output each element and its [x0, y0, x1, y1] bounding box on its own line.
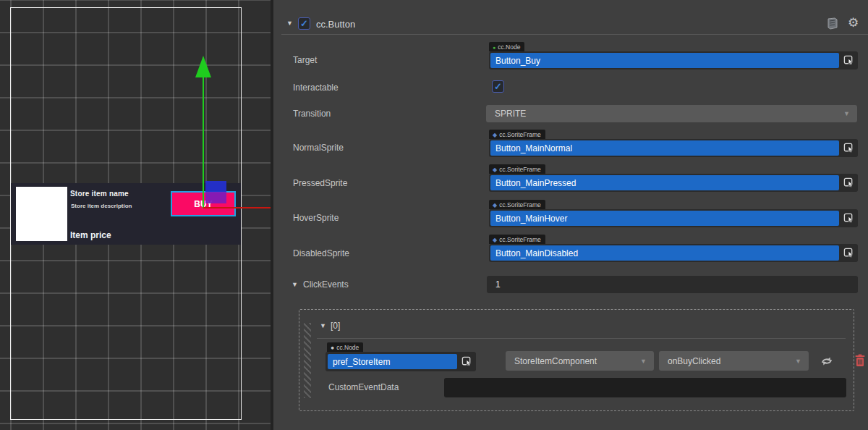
disabledsprite-field[interactable]: Button_MainDisabled — [489, 244, 858, 262]
x-axis-line[interactable] — [203, 207, 271, 208]
handler-dropdown[interactable]: onBuyClicked ▼ — [659, 351, 809, 371]
header-divider — [281, 34, 868, 35]
event-collapse-icon[interactable]: ▼ — [320, 322, 326, 329]
component-collapse-icon[interactable]: ▼ — [286, 20, 293, 27]
store-item-price: Item price — [70, 230, 111, 240]
target-node-field[interactable]: Button_Buy — [489, 51, 858, 69]
node-type-icon: ● — [493, 45, 495, 50]
chevron-down-icon: ▼ — [843, 110, 857, 117]
chevron-down-icon: ▼ — [795, 358, 809, 365]
drag-handle-stripes[interactable] — [304, 323, 311, 398]
pressedsprite-type-tag: ◆ cc.SoriteFrame — [489, 164, 545, 174]
store-item-description: Store item description — [71, 203, 132, 209]
target-node-value[interactable]: Button_Buy — [490, 53, 839, 68]
node-picker-icon[interactable] — [839, 139, 858, 157]
disabledsprite-label: DisabledSprite — [293, 248, 349, 258]
store-item-image — [16, 187, 67, 241]
normalsprite-value[interactable]: Button_MainNormal — [490, 140, 839, 156]
chevron-down-icon: ▼ — [640, 358, 654, 365]
scene-view[interactable]: Store item name Store item description I… — [0, 0, 271, 430]
normalsprite-type-tag: ◆ cc.SoriteFrame — [489, 130, 545, 139]
spriteframe-type-icon: ◆ — [493, 132, 497, 138]
event-index-label: [0] — [331, 321, 340, 331]
pressedsprite-label: PressedSprite — [293, 178, 347, 188]
custom-event-data-label: CustomEventData — [328, 382, 399, 392]
y-axis-line[interactable] — [203, 77, 204, 208]
trash-icon[interactable] — [854, 353, 867, 368]
normalsprite-field[interactable]: Button_MainNormal — [489, 139, 858, 157]
hoversprite-tag-text: cc.SoriteFrame — [499, 201, 541, 208]
event-node-type-tag: ● cc.Node — [327, 342, 363, 352]
event-node-field[interactable]: pref_StoreItem — [326, 352, 476, 371]
hoversprite-value[interactable]: Button_MainHover — [490, 211, 839, 226]
gizmo-blue-rect — [205, 181, 226, 192]
target-type-tag: ● cc.Node — [489, 42, 524, 51]
settings-gear-icon[interactable]: ⚙ — [848, 15, 859, 30]
node-picker-icon[interactable] — [457, 353, 476, 371]
event-divider — [317, 338, 846, 339]
component-dropdown-value: StoreItemComponent — [506, 356, 640, 366]
event-group: ▼ [0] ● cc.Node pref_StoreItem StoreItem… — [299, 309, 854, 411]
target-tag-text: cc.Node — [498, 43, 520, 51]
transition-dropdown[interactable]: SPRITE ▼ — [486, 105, 857, 122]
inspector-panel: ▼ ✓ cc.Button ⚙ Target ● cc.Node Button_… — [273, 0, 868, 430]
store-item-name: Store item name — [70, 190, 129, 198]
refresh-icon[interactable] — [819, 354, 835, 368]
disabledsprite-type-tag: ◆ cc.SoriteFrame — [489, 235, 545, 244]
clickevents-label: ClickEvents — [303, 279, 349, 290]
transition-label: Transition — [293, 109, 331, 119]
normalsprite-tag-text: cc.SoriteFrame — [499, 131, 541, 138]
pressedsprite-field[interactable]: Button_MainPressed — [489, 174, 858, 192]
help-book-icon[interactable] — [825, 17, 839, 30]
hoversprite-field[interactable]: Button_MainHover — [489, 209, 858, 227]
spriteframe-type-icon: ◆ — [493, 202, 497, 208]
spriteframe-type-icon: ◆ — [493, 237, 497, 243]
check-icon: ✓ — [300, 18, 308, 29]
interactable-checkbox[interactable]: ✓ — [492, 80, 504, 93]
check-icon: ✓ — [494, 81, 502, 92]
normalsprite-label: NormalSprite — [293, 143, 344, 153]
clickevents-count-field[interactable]: 1 — [487, 276, 858, 293]
node-picker-icon[interactable] — [839, 51, 858, 69]
transition-value: SPRITE — [486, 109, 843, 119]
disabledsprite-value[interactable]: Button_MainDisabled — [490, 245, 839, 261]
node-picker-icon[interactable] — [839, 244, 858, 262]
interactable-label: Interactable — [293, 83, 339, 93]
event-node-tag-text: cc.Node — [336, 344, 359, 351]
node-picker-icon[interactable] — [839, 174, 858, 192]
component-enabled-checkbox[interactable]: ✓ — [298, 17, 310, 30]
y-axis-arrow-icon[interactable] — [195, 56, 211, 77]
custom-event-data-input[interactable] — [444, 378, 846, 397]
gizmo-purple-rect — [205, 192, 226, 203]
app-root: Store item name Store item description I… — [0, 0, 868, 430]
node-picker-icon[interactable] — [839, 209, 858, 227]
clickevents-count: 1 — [495, 279, 501, 290]
pressedsprite-tag-text: cc.SoriteFrame — [499, 166, 541, 173]
component-title: cc.Button — [316, 19, 355, 30]
spriteframe-type-icon: ◆ — [493, 166, 497, 173]
node-type-icon: ● — [331, 344, 334, 351]
hoversprite-type-tag: ◆ cc.SoriteFrame — [489, 200, 545, 209]
clickevents-collapse-icon[interactable]: ▼ — [292, 281, 298, 288]
event-node-value[interactable]: pref_StoreItem — [328, 354, 457, 369]
handler-dropdown-value: onBuyClicked — [659, 356, 795, 366]
disabledsprite-tag-text: cc.SoriteFrame — [499, 236, 541, 243]
component-dropdown[interactable]: StoreItemComponent ▼ — [506, 351, 654, 371]
pressedsprite-value[interactable]: Button_MainPressed — [490, 175, 839, 190]
hoversprite-label: HoverSprite — [293, 213, 339, 223]
target-label: Target — [293, 55, 317, 65]
